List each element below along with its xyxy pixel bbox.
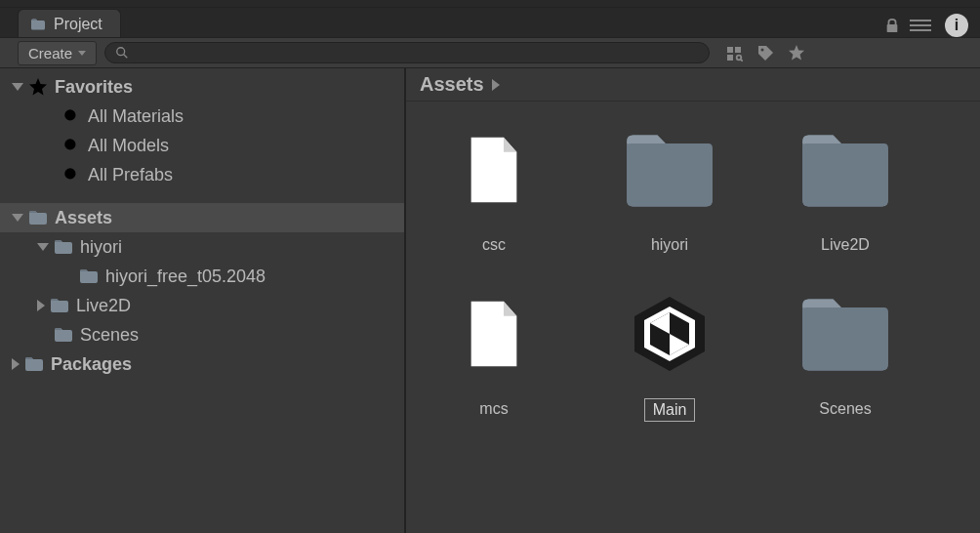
tree-label: hiyori_free_t05.2048: [105, 266, 265, 287]
folder-icon: [796, 285, 894, 383]
chevron-down-icon: [37, 243, 49, 251]
tree-folder-scenes[interactable]: Scenes: [0, 320, 404, 349]
search-icon: [61, 166, 82, 184]
asset-item-csc[interactable]: csc: [416, 121, 572, 256]
asset-label: hiyori: [643, 234, 696, 256]
search-input[interactable]: [104, 42, 710, 63]
folder-icon: [53, 238, 74, 256]
breadcrumb[interactable]: Assets: [406, 68, 980, 102]
breadcrumb-root: Assets: [420, 73, 484, 96]
tab-bar: Project i: [0, 8, 980, 37]
tree-label: Live2D: [76, 296, 131, 316]
asset-label: csc: [474, 234, 513, 256]
tree-favorite-item[interactable]: All Models: [0, 131, 404, 160]
folder-icon: [796, 121, 894, 219]
search-icon: [61, 137, 82, 154]
tree-folder-live2d[interactable]: Live2D: [0, 291, 404, 320]
chevron-down-icon: [12, 214, 23, 222]
chevron-down-icon: [78, 51, 86, 56]
tree-packages[interactable]: Packages: [0, 349, 404, 379]
tree-folder-hiyori-free[interactable]: hiyori_free_t05.2048: [0, 262, 404, 291]
tree-label: All Materials: [88, 106, 184, 127]
folder-icon: [621, 121, 718, 219]
asset-item-scenes[interactable]: Scenes: [767, 285, 923, 422]
tree-favorite-item[interactable]: All Materials: [0, 102, 404, 131]
asset-label: Live2D: [813, 234, 878, 256]
search-icon: [61, 107, 82, 125]
asset-label: Scenes: [811, 398, 878, 420]
asset-grid: csc hiyori Live2D mcs Main: [406, 102, 980, 533]
folder-icon: [27, 209, 49, 226]
asset-item-main[interactable]: Main: [592, 285, 748, 422]
folder-icon: [30, 18, 46, 31]
tab-label: Project: [54, 16, 102, 33]
chevron-down-icon: [12, 83, 23, 91]
info-icon[interactable]: i: [945, 14, 968, 37]
svg-point-9: [117, 48, 125, 56]
project-tree: Favorites All Materials All Models All P…: [0, 68, 406, 533]
window-top-strip: [0, 0, 980, 8]
unity-scene-icon: [621, 285, 718, 383]
folder-icon: [53, 326, 74, 344]
tree-label: All Models: [88, 136, 169, 156]
asset-item-mcs[interactable]: mcs: [416, 285, 572, 422]
file-icon: [445, 285, 543, 383]
panel-menu-icon[interactable]: [910, 20, 931, 31]
asset-item-live2d[interactable]: Live2D: [767, 121, 923, 256]
chevron-right-icon: [37, 300, 45, 311]
tree-favorites[interactable]: Favorites: [0, 72, 404, 102]
tab-project[interactable]: Project: [18, 9, 121, 37]
filter-by-type-icon[interactable]: [725, 44, 743, 62]
file-icon: [445, 121, 543, 219]
asset-panel: Assets csc hiyori Live2D m: [406, 68, 980, 533]
tree-label: All Prefabs: [88, 165, 173, 185]
asset-item-hiyori[interactable]: hiyori: [592, 121, 748, 256]
folder-icon: [49, 297, 70, 314]
star-icon: [27, 77, 49, 97]
folder-icon: [23, 355, 45, 373]
create-button[interactable]: Create: [18, 41, 97, 65]
tree-label: Scenes: [80, 325, 139, 346]
folder-icon: [78, 267, 100, 285]
tree-label: Assets: [55, 208, 112, 228]
chevron-right-icon: [12, 358, 20, 370]
svg-line-10: [124, 55, 128, 59]
create-label: Create: [28, 45, 72, 62]
tree-label: Packages: [51, 354, 132, 375]
asset-label: mcs: [471, 398, 515, 420]
asset-label-editing[interactable]: Main: [644, 398, 696, 422]
search-icon: [115, 46, 129, 60]
toolbar: Create: [0, 37, 980, 68]
lock-icon[interactable]: [884, 18, 900, 33]
chevron-right-icon: [492, 79, 500, 91]
tree-folder-hiyori[interactable]: hiyori: [0, 232, 404, 262]
tree-assets[interactable]: Assets: [0, 203, 404, 232]
favorite-star-icon[interactable]: [788, 44, 805, 62]
tree-label: Favorites: [55, 77, 133, 98]
filter-by-label-icon[interactable]: [756, 44, 774, 62]
tree-label: hiyori: [80, 237, 122, 258]
tree-favorite-item[interactable]: All Prefabs: [0, 160, 404, 189]
